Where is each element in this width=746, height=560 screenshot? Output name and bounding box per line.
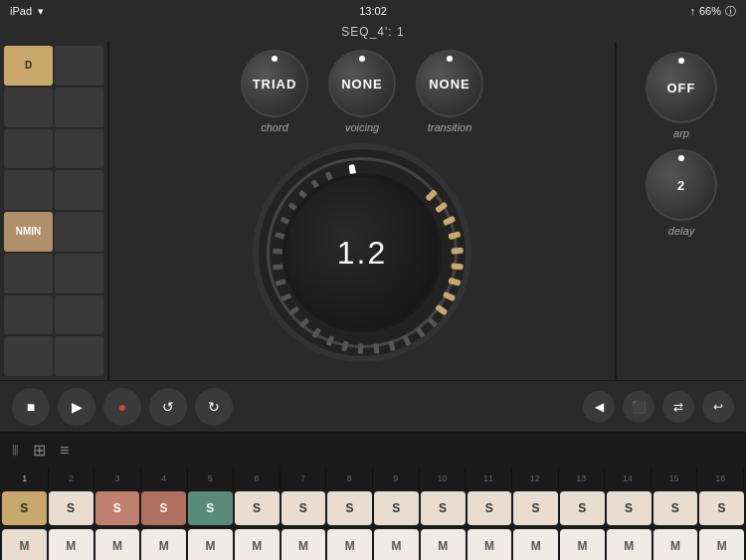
step-cell-2b[interactable] bbox=[55, 88, 103, 127]
carrier-label: iPad bbox=[10, 5, 32, 17]
m-cell-10[interactable]: M bbox=[421, 529, 466, 560]
m-cell-6[interactable]: M bbox=[235, 529, 280, 560]
record-icon: ● bbox=[118, 399, 126, 415]
s-cell-9[interactable]: S bbox=[374, 491, 419, 525]
stop-button[interactable]: ■ bbox=[12, 388, 50, 426]
s-cell-4[interactable]: S bbox=[141, 491, 186, 525]
step-num-10: 10 bbox=[420, 467, 466, 489]
step-numbers: 1 2 3 4 5 6 7 8 9 10 11 12 13 14 15 16 bbox=[0, 467, 746, 489]
m-cell-7[interactable]: M bbox=[281, 529, 326, 560]
m-cell-1[interactable]: M bbox=[2, 529, 47, 560]
svg-rect-3 bbox=[448, 231, 461, 240]
column-view-icon: ⦀ bbox=[12, 442, 19, 460]
s-cell-14[interactable]: S bbox=[607, 491, 652, 525]
step-cell-d[interactable]: D bbox=[4, 46, 53, 86]
m-cell-3[interactable]: M bbox=[95, 529, 140, 560]
svg-rect-14 bbox=[374, 343, 380, 353]
svg-rect-23 bbox=[273, 265, 282, 271]
svg-rect-22 bbox=[276, 279, 286, 285]
s-cell-13[interactable]: S bbox=[560, 491, 605, 525]
svg-rect-0 bbox=[425, 189, 438, 202]
m-cell-11[interactable]: M bbox=[467, 529, 512, 560]
svg-rect-18 bbox=[311, 327, 321, 338]
s-cell-8[interactable]: S bbox=[327, 491, 372, 525]
big-dial-outer[interactable]: 1.2 bbox=[253, 143, 471, 362]
transition-knob[interactable]: NONE bbox=[416, 50, 483, 117]
m-cell-12[interactable]: M bbox=[513, 529, 558, 560]
m-cell-16[interactable]: M bbox=[699, 529, 744, 560]
step-cell-6a[interactable] bbox=[4, 254, 53, 293]
delay-knob[interactable]: 2 bbox=[646, 149, 717, 221]
m-cell-8[interactable]: M bbox=[327, 529, 372, 560]
view-bar: ⦀ ⊞ ≡ bbox=[0, 432, 746, 467]
m-cell-2[interactable]: M bbox=[49, 529, 93, 560]
nav-left-button[interactable]: ◀ bbox=[583, 391, 615, 423]
list-view-icon: ≡ bbox=[60, 442, 69, 460]
s-cell-10[interactable]: S bbox=[421, 491, 466, 525]
step-num-13: 13 bbox=[559, 467, 606, 489]
m-cell-15[interactable]: M bbox=[653, 529, 698, 560]
step-cell-3b[interactable] bbox=[55, 129, 103, 169]
s-cell-12[interactable]: S bbox=[513, 491, 558, 525]
nav-left-icon: ◀ bbox=[595, 400, 604, 414]
step-cell-5b[interactable] bbox=[55, 212, 103, 252]
svg-rect-12 bbox=[403, 335, 412, 346]
loop-button[interactable]: ↩ bbox=[702, 391, 734, 423]
status-right: ↑ 66% ⓘ bbox=[689, 4, 736, 19]
step-cell-1b[interactable] bbox=[55, 46, 103, 86]
undo-button[interactable]: ↺ bbox=[149, 388, 187, 426]
chord-label: chord bbox=[261, 121, 288, 133]
grid-view-button[interactable]: ⊞ bbox=[33, 441, 46, 460]
step-row-1: D bbox=[4, 46, 103, 86]
step-num-15: 15 bbox=[652, 467, 698, 489]
step-cell-8b[interactable] bbox=[55, 336, 103, 376]
right-panel: OFF arp 2 delay bbox=[617, 42, 746, 380]
s-cell-16[interactable]: S bbox=[699, 491, 744, 525]
s-cell-15[interactable]: S bbox=[653, 491, 698, 525]
s-cell-11[interactable]: S bbox=[467, 491, 512, 525]
svg-rect-19 bbox=[299, 317, 310, 328]
list-view-button[interactable]: ≡ bbox=[60, 442, 69, 460]
stop-small-button[interactable]: ⬛ bbox=[623, 391, 654, 423]
play-button[interactable]: ▶ bbox=[58, 388, 95, 426]
big-dial-container[interactable]: 1.2 bbox=[253, 143, 471, 362]
m-cell-9[interactable]: M bbox=[374, 529, 419, 560]
record-button[interactable]: ● bbox=[103, 388, 141, 426]
step-cell-2a[interactable] bbox=[4, 88, 53, 127]
s-cell-2[interactable]: S bbox=[49, 491, 93, 525]
step-num-3: 3 bbox=[94, 467, 141, 489]
m-cell-13[interactable]: M bbox=[560, 529, 605, 560]
column-view-button[interactable]: ⦀ bbox=[12, 442, 19, 460]
delay-label: delay bbox=[668, 225, 694, 237]
redo-button[interactable]: ↻ bbox=[195, 388, 233, 426]
s-cell-1[interactable]: S bbox=[2, 491, 47, 525]
transition-label: transition bbox=[428, 121, 472, 133]
m-cell-14[interactable]: M bbox=[607, 529, 652, 560]
s-cell-7[interactable]: S bbox=[281, 491, 326, 525]
step-cell-nmin[interactable]: NMIN bbox=[4, 212, 53, 252]
big-dial-inner[interactable]: 1.2 bbox=[282, 173, 442, 332]
step-cell-8a[interactable] bbox=[4, 336, 53, 376]
arp-knob[interactable]: OFF bbox=[646, 52, 717, 123]
step-row-3 bbox=[4, 129, 103, 169]
svg-rect-13 bbox=[388, 340, 395, 351]
s-cell-3[interactable]: S bbox=[95, 491, 140, 525]
m-cell-4[interactable]: M bbox=[141, 529, 186, 560]
voicing-knob[interactable]: NONE bbox=[328, 50, 396, 117]
s-row: S S S S S S S S S S S S S S S S bbox=[0, 489, 746, 527]
step-cell-3a[interactable] bbox=[4, 129, 53, 169]
svg-rect-4 bbox=[451, 248, 463, 255]
step-num-1: 1 bbox=[2, 467, 49, 489]
shuffle-button[interactable]: ⇄ bbox=[662, 391, 694, 423]
step-cell-6b[interactable] bbox=[55, 254, 103, 293]
step-cell-7b[interactable] bbox=[55, 295, 103, 335]
step-row-6 bbox=[4, 254, 103, 293]
s-cell-5[interactable]: S bbox=[188, 491, 233, 525]
m-cell-5[interactable]: M bbox=[188, 529, 233, 560]
stop-small-icon: ⬛ bbox=[632, 400, 647, 414]
step-cell-4b[interactable] bbox=[55, 170, 103, 210]
s-cell-6[interactable]: S bbox=[235, 491, 280, 525]
chord-knob[interactable]: TRIAD bbox=[241, 50, 308, 117]
step-cell-7a[interactable] bbox=[4, 295, 53, 335]
step-cell-4a[interactable] bbox=[4, 170, 53, 210]
